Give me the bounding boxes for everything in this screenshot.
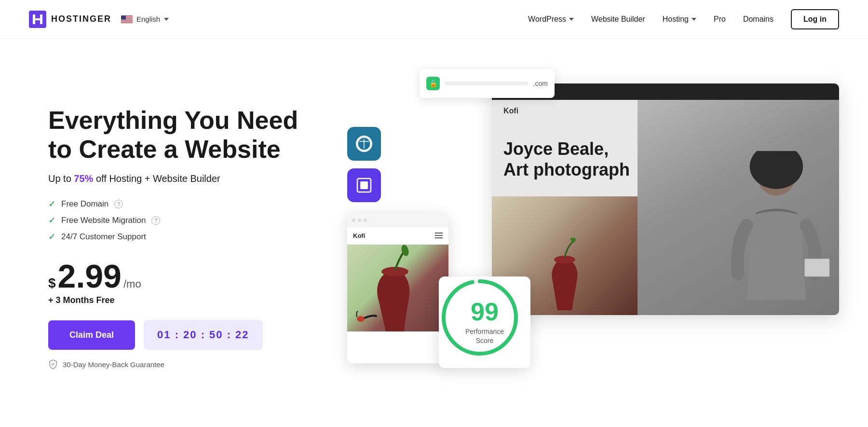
language-chevron-icon: [164, 18, 169, 21]
countdown-timer: 01 : 20 : 50 : 22: [144, 320, 263, 350]
svg-rect-14: [804, 259, 829, 276]
language-selector[interactable]: English: [121, 15, 169, 23]
site-name-large: Kofi: [503, 107, 518, 115]
claim-deal-button[interactable]: Claim Deal: [48, 320, 135, 350]
guarantee-text: 30-Day Money-Back Guarantee: [63, 360, 164, 369]
header: HOSTINGER English WordPress Website Buil…: [0, 0, 868, 39]
site-hero-text: Joyce Beale, Art photograph: [503, 138, 630, 180]
woman-figure: [637, 100, 839, 315]
guarantee-row: 30-Day Money-Back Guarantee: [48, 359, 299, 369]
mobile-vase-image: [347, 245, 448, 331]
mobile-dot-2: [358, 219, 361, 222]
performance-ring: [439, 276, 521, 358]
price-dollar: $: [48, 275, 56, 291]
feature-item-migration: ✓ Free Website Migration ?: [48, 215, 299, 226]
browser-bar-mobile: [347, 214, 448, 227]
price-amount: 2.99: [58, 260, 122, 292]
feature-list: ✓ Free Domain ? ✓ Free Website Migration…: [48, 199, 299, 242]
mobile-site-name: Kofi: [353, 232, 365, 239]
cta-row: Claim Deal 01 : 20 : 50 : 22: [48, 320, 299, 350]
hero-visual: 🔒 .com: [318, 69, 839, 397]
mobile-dot-1: [352, 219, 355, 222]
help-icon-domain[interactable]: ?: [114, 200, 123, 208]
svg-point-16: [570, 238, 577, 243]
svg-rect-8: [121, 15, 126, 20]
hamburger-icon: [435, 233, 443, 238]
browser-mockup-large: Kofi Joyce Beale, Art photograph: [492, 83, 839, 315]
check-icon-migration: ✓: [48, 215, 55, 226]
ssl-badge: 🔒: [426, 77, 440, 90]
nav-item-pro[interactable]: Pro: [714, 15, 726, 24]
hero-subtitle: Up to 75% off Hosting + Website Builder: [48, 173, 299, 184]
wordpress-icon: [347, 127, 381, 161]
hosting-chevron-icon: [692, 18, 696, 21]
login-button[interactable]: Log in: [791, 9, 839, 29]
price-section: $ 2.99 /mo + 3 Months Free: [48, 260, 299, 305]
check-icon-support: ✓: [48, 232, 55, 242]
price-row: $ 2.99 /mo: [48, 260, 299, 292]
feature-item-domain: ✓ Free Domain ?: [48, 199, 299, 209]
mobile-site-header: Kofi: [347, 227, 448, 245]
svg-rect-7: [121, 22, 133, 22]
nav-item-domains[interactable]: Domains: [743, 15, 773, 24]
hero-left: Everything You Need to Create a Website …: [48, 96, 299, 370]
flag-icon: [121, 15, 133, 23]
feature-item-support: ✓ 24/7 Customer Support: [48, 232, 299, 242]
browser-content: Kofi Joyce Beale, Art photograph: [492, 100, 839, 315]
wordpress-chevron-icon: [569, 18, 574, 21]
mobile-site-image: [347, 245, 448, 331]
nav-item-hosting[interactable]: Hosting: [663, 15, 696, 24]
mobile-dot-3: [364, 219, 367, 222]
svg-rect-11: [360, 181, 368, 189]
decoration-vase: [531, 238, 598, 310]
svg-rect-5: [121, 19, 133, 20]
language-label: English: [136, 15, 160, 23]
square-icon: [347, 168, 381, 202]
price-per: /mo: [123, 278, 141, 290]
url-bar-line: [445, 82, 529, 85]
performance-score-card: 99 PerformanceScore: [439, 276, 530, 368]
svg-point-21: [444, 281, 516, 354]
svg-point-13: [750, 151, 803, 189]
hero-title: Everything You Need to Create a Website: [48, 106, 299, 164]
main-content: Everything You Need to Create a Website …: [0, 39, 868, 427]
svg-point-19: [357, 316, 365, 322]
nav-item-website-builder[interactable]: Website Builder: [591, 15, 645, 24]
url-bar-card: 🔒 .com: [420, 69, 555, 98]
check-icon-domain: ✓: [48, 199, 55, 209]
url-com: .com: [533, 80, 548, 87]
main-nav: WordPress Website Builder Hosting Pro Do…: [528, 9, 839, 29]
app-icons: [347, 127, 381, 202]
price-bonus: + 3 Months Free: [48, 295, 299, 305]
logo-text: HOSTINGER: [51, 14, 111, 24]
help-icon-migration[interactable]: ?: [151, 216, 160, 225]
nav-item-wordpress[interactable]: WordPress: [528, 15, 574, 24]
svg-rect-6: [121, 21, 133, 21]
woman-silhouette: [723, 151, 829, 315]
logo[interactable]: HOSTINGER: [29, 11, 111, 28]
hostinger-logo-icon: [29, 11, 46, 28]
shield-icon: [48, 359, 58, 369]
header-left: HOSTINGER English: [29, 11, 169, 28]
browser-mockup-mobile: Kofi: [347, 214, 448, 363]
